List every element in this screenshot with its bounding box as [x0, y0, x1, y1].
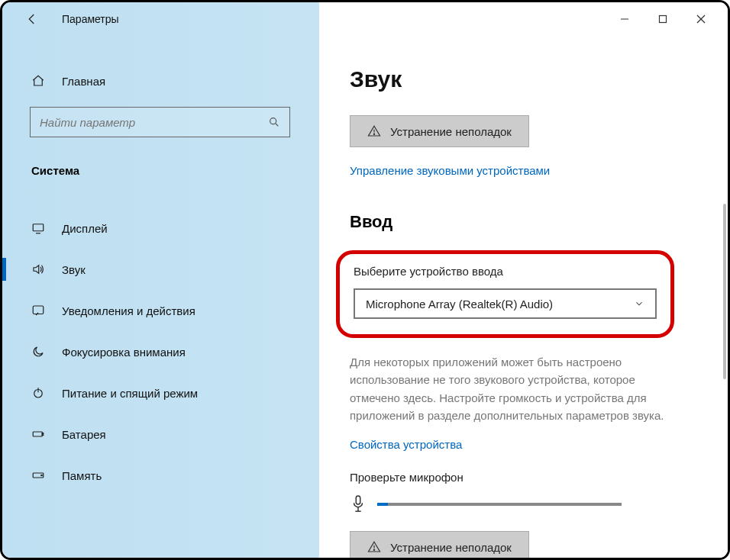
- chevron-down-icon: [634, 298, 644, 309]
- input-description: Для некоторых приложений может быть наст…: [350, 353, 670, 424]
- svg-rect-1: [660, 16, 667, 23]
- sidebar-category: Система: [2, 156, 319, 192]
- microphone-icon: [350, 494, 367, 514]
- home-icon: [31, 74, 47, 88]
- sidebar-item-sound[interactable]: Звук: [2, 249, 319, 290]
- main-panel: Звук Устранение неполадок Управление зву…: [319, 36, 728, 558]
- sidebar-item-power[interactable]: Питание и спящий режим: [2, 372, 319, 414]
- sidebar-item-label: Батарея: [62, 428, 106, 441]
- notifications-icon: [31, 304, 47, 317]
- svg-point-14: [41, 475, 43, 476]
- input-device-label: Выберите устройство ввода: [354, 265, 657, 278]
- troubleshoot-button-2[interactable]: Устранение неполадок: [350, 531, 529, 558]
- troubleshoot-label-2: Устранение неполадок: [390, 541, 512, 554]
- search-icon: [268, 116, 280, 128]
- display-icon: [31, 221, 47, 235]
- sidebar-item-label: Дисплей: [62, 222, 108, 235]
- page-heading: Звук: [350, 66, 682, 92]
- sidebar-item-focus[interactable]: Фокусировка внимания: [2, 331, 319, 372]
- sidebar: Главная Система Дисплей: [2, 36, 319, 558]
- svg-rect-8: [33, 306, 44, 314]
- scrollbar[interactable]: [720, 36, 726, 558]
- mic-level-bar: [377, 503, 622, 506]
- input-device-select[interactable]: Microphone Array (Realtek(R) Audio): [354, 288, 657, 319]
- search-input[interactable]: [40, 116, 268, 129]
- sidebar-item-display[interactable]: Дисплей: [2, 208, 319, 249]
- svg-rect-11: [33, 432, 42, 436]
- input-section-heading: Ввод: [350, 212, 682, 232]
- manage-devices-link[interactable]: Управление звуковыми устройствами: [350, 164, 550, 177]
- troubleshoot-button[interactable]: Устранение неполадок: [350, 115, 529, 147]
- back-button[interactable]: [25, 12, 39, 26]
- svg-line-5: [276, 124, 278, 126]
- sound-icon: [31, 262, 47, 276]
- sidebar-item-label: Память: [62, 469, 102, 482]
- maximize-button[interactable]: [644, 2, 682, 36]
- warning-icon: [367, 124, 381, 138]
- sidebar-item-notifications[interactable]: Уведомления и действия: [2, 290, 319, 331]
- input-device-highlight: Выберите устройство ввода Microphone Arr…: [336, 250, 674, 338]
- svg-point-21: [373, 549, 374, 550]
- test-mic-label: Проверьте микрофон: [350, 471, 682, 484]
- close-button[interactable]: [682, 2, 720, 36]
- sidebar-item-label: Уведомления и действия: [62, 304, 195, 317]
- sidebar-item-label: Фокусировка внимания: [62, 346, 186, 359]
- storage-icon: [31, 468, 47, 482]
- device-properties-link[interactable]: Свойства устройства: [350, 438, 462, 451]
- sidebar-item-storage[interactable]: Память: [2, 455, 319, 496]
- focus-icon: [31, 345, 47, 359]
- sidebar-item-label: Питание и спящий режим: [62, 387, 198, 400]
- svg-rect-12: [42, 433, 44, 436]
- titlebar: Параметры: [2, 2, 728, 36]
- sidebar-home-label: Главная: [62, 75, 105, 88]
- svg-point-16: [373, 134, 374, 134]
- search-box[interactable]: [30, 107, 290, 137]
- sidebar-item-battery[interactable]: Батарея: [2, 414, 319, 455]
- svg-rect-17: [356, 496, 360, 504]
- minimize-button[interactable]: [606, 2, 644, 36]
- troubleshoot-label: Устранение неполадок: [390, 125, 512, 138]
- svg-rect-6: [33, 224, 44, 231]
- input-device-value: Microphone Array (Realtek(R) Audio): [366, 298, 553, 311]
- battery-icon: [31, 427, 47, 441]
- sidebar-item-label: Звук: [62, 263, 86, 276]
- power-icon: [31, 386, 47, 400]
- svg-point-4: [270, 118, 276, 124]
- app-title: Параметры: [62, 13, 119, 25]
- warning-icon: [367, 540, 381, 554]
- sidebar-home[interactable]: Главная: [2, 66, 319, 95]
